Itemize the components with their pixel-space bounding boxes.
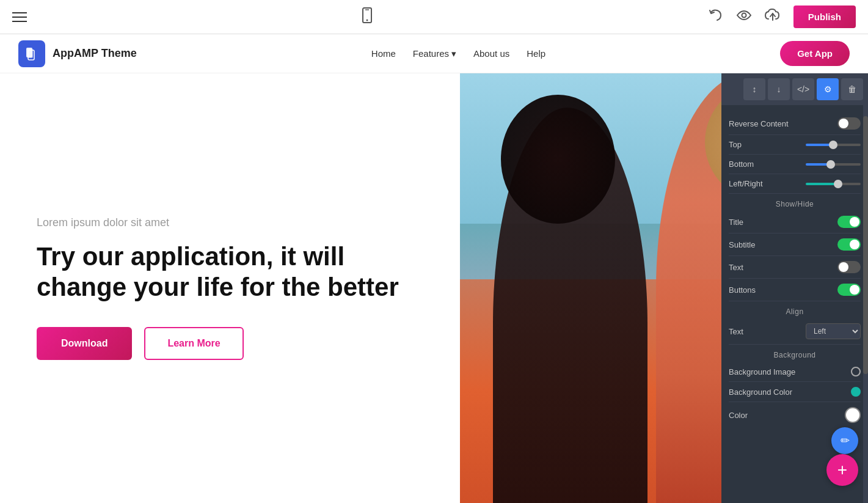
color-row: Color xyxy=(729,402,861,428)
top-label: Top xyxy=(729,140,742,149)
floating-edit-button[interactable]: ✏ xyxy=(831,427,858,454)
bg-image-row: Background Image xyxy=(729,362,861,382)
sort-tool-button[interactable]: ↕ xyxy=(743,78,765,100)
subtitle-row: Subtitle xyxy=(729,233,861,256)
logo-icon xyxy=(18,40,45,67)
leftright-slider[interactable] xyxy=(806,183,861,185)
reverse-content-row: Reverse Content xyxy=(729,112,861,135)
hamburger-icon[interactable] xyxy=(12,12,27,22)
align-header: Align xyxy=(729,301,861,318)
title-toggle-slider xyxy=(837,216,861,228)
preview-icon[interactable] xyxy=(736,7,752,26)
reverse-content-toggle-slider xyxy=(837,117,861,130)
title-label: Title xyxy=(729,218,743,227)
trash-tool-button[interactable]: 🗑 xyxy=(841,78,863,100)
text-label: Text xyxy=(729,263,743,272)
title-toggle[interactable] xyxy=(837,216,861,228)
floating-add-button[interactable]: + xyxy=(826,454,858,486)
chevron-down-icon: ▾ xyxy=(451,48,456,59)
panel-toolbar: ↕ ↓ </> ⚙ 🗑 xyxy=(721,73,868,105)
hero-buttons: Download Learn More xyxy=(37,327,423,360)
buttons-row: Buttons xyxy=(729,279,861,301)
text-row: Text xyxy=(729,256,861,279)
nav-features[interactable]: Features ▾ xyxy=(413,48,456,59)
get-app-button[interactable]: Get App xyxy=(780,41,850,66)
scrollbar[interactable] xyxy=(863,73,868,503)
text-toggle-slider xyxy=(837,261,861,273)
svg-point-1 xyxy=(367,19,368,21)
learn-more-button[interactable]: Learn More xyxy=(144,327,243,360)
leftright-label: Left/Right xyxy=(729,179,763,188)
nav-about[interactable]: About us xyxy=(473,48,509,59)
site-navbar: AppAMP Theme Home Features ▾ About us He… xyxy=(0,34,868,73)
reverse-content-toggle[interactable] xyxy=(837,117,861,130)
site-logo: AppAMP Theme xyxy=(18,40,137,67)
text-toggle[interactable] xyxy=(837,261,861,273)
svg-rect-7 xyxy=(27,49,33,58)
title-row: Title xyxy=(729,211,861,233)
hero-title: Try our application, it will change your… xyxy=(37,241,423,303)
buttons-toggle-slider xyxy=(837,284,861,296)
code-tool-button[interactable]: </> xyxy=(792,78,814,100)
subtitle-label: Subtitle xyxy=(729,240,755,249)
cloud-upload-icon[interactable] xyxy=(764,7,781,27)
buttons-label: Buttons xyxy=(729,285,756,295)
site-logo-name: AppAMP Theme xyxy=(53,47,137,60)
nav-help[interactable]: Help xyxy=(527,48,545,59)
color-swatch[interactable] xyxy=(845,407,861,423)
download-tool-button[interactable]: ↓ xyxy=(768,78,790,100)
bottom-row: Bottom xyxy=(729,155,861,174)
hero-subtitle: Lorem ipsum dolor sit amet xyxy=(37,216,423,229)
bg-color-row: Background Color xyxy=(729,382,861,402)
toolbar-center xyxy=(359,7,376,28)
svg-point-3 xyxy=(742,13,746,18)
hero-left: Lorem ipsum dolor sit amet Try our appli… xyxy=(0,73,460,503)
show-hide-header: Show/Hide xyxy=(729,194,861,211)
subtitle-toggle[interactable] xyxy=(837,238,861,251)
site-nav: Home Features ▾ About us Help xyxy=(371,48,545,59)
top-row: Top xyxy=(729,135,861,155)
text-align-label: Text xyxy=(729,327,743,336)
subtitle-toggle-slider xyxy=(837,238,861,251)
text-align-row: Text Left Center Right xyxy=(729,318,861,345)
text-align-select[interactable]: Left Center Right xyxy=(806,323,861,339)
bottom-slider[interactable] xyxy=(806,163,861,166)
top-slider[interactable] xyxy=(806,144,861,146)
toolbar-right: Publish xyxy=(708,6,856,28)
nav-home[interactable]: Home xyxy=(371,48,396,59)
color-label: Color xyxy=(729,411,748,420)
phone-icon[interactable] xyxy=(359,7,376,28)
buttons-toggle[interactable] xyxy=(837,284,861,296)
bg-color-radio[interactable] xyxy=(851,387,861,397)
toolbar-left xyxy=(12,12,27,22)
scroll-thumb xyxy=(863,116,868,374)
bg-image-radio[interactable] xyxy=(851,367,861,376)
bottom-label: Bottom xyxy=(729,160,754,169)
top-toolbar: Publish xyxy=(0,0,868,34)
leftright-row: Left/Right xyxy=(729,174,861,194)
main-area: Lorem ipsum dolor sit amet Try our appli… xyxy=(0,73,868,503)
background-header: Background xyxy=(729,345,861,362)
bg-image-label: Background Image xyxy=(729,367,795,376)
download-button[interactable]: Download xyxy=(37,327,132,360)
reverse-content-label: Reverse Content xyxy=(729,119,789,128)
undo-icon[interactable] xyxy=(708,7,724,26)
settings-tool-button[interactable]: ⚙ xyxy=(817,78,839,100)
publish-button[interactable]: Publish xyxy=(793,6,856,28)
bg-color-label: Background Color xyxy=(729,387,792,397)
